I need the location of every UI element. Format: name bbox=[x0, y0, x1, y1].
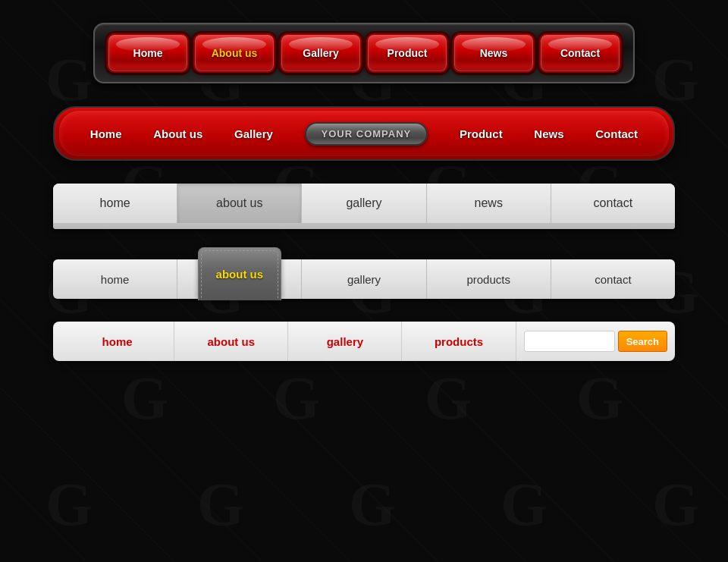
nav1-btn-news[interactable]: News bbox=[453, 33, 535, 73]
nav1-btn-product[interactable]: Product bbox=[366, 33, 448, 73]
nav2-item-gallery[interactable]: Gallery bbox=[234, 127, 273, 140]
nav5-item-home[interactable]: home bbox=[61, 322, 174, 361]
nav5-item-gallery[interactable]: gallery bbox=[288, 322, 402, 361]
nav4-item-products[interactable]: products bbox=[427, 259, 551, 299]
nav2-item-contact[interactable]: Contact bbox=[595, 127, 638, 140]
nav2-item-news[interactable]: News bbox=[534, 127, 563, 140]
nav4-item-about-us[interactable]: about us bbox=[177, 259, 302, 299]
navbar-3: homeabout usgallerynewscontact bbox=[53, 184, 675, 223]
nav4-item-gallery[interactable]: gallery bbox=[302, 259, 426, 299]
navbar-2: HomeAbout usGalleryYOUR COMPANYProductNe… bbox=[59, 111, 669, 156]
nav1-btn-contact[interactable]: Contact bbox=[539, 33, 621, 73]
navbar-2-wrapper: HomeAbout usGalleryYOUR COMPANYProductNe… bbox=[53, 106, 675, 161]
navbar-3-bottom bbox=[53, 223, 675, 229]
nav5-item-products[interactable]: products bbox=[402, 322, 516, 361]
nav3-item-news[interactable]: news bbox=[427, 184, 551, 223]
navbar-1: HomeAbout usGalleryProductNewsContact bbox=[93, 23, 635, 83]
nav2-item-about-us[interactable]: About us bbox=[153, 127, 202, 140]
nav4-item-contact[interactable]: contact bbox=[551, 259, 675, 299]
nav3-item-contact[interactable]: contact bbox=[551, 184, 675, 223]
navbar-4-wrapper: homeabout usgalleryproductscontact bbox=[53, 259, 675, 299]
nav5-search-area: Search bbox=[524, 331, 667, 352]
nav2-item-home[interactable]: Home bbox=[90, 127, 122, 140]
nav1-btn-about-us[interactable]: About us bbox=[193, 33, 275, 73]
nav3-item-gallery[interactable]: gallery bbox=[302, 184, 426, 223]
search-input[interactable] bbox=[524, 331, 615, 352]
nav2-logo: YOUR COMPANY bbox=[305, 122, 428, 146]
nav4-active-tab: about us bbox=[198, 247, 281, 300]
navbar-5: homeabout usgalleryproductsSearch bbox=[53, 322, 675, 361]
nav1-btn-gallery[interactable]: Gallery bbox=[280, 33, 362, 73]
nav1-btn-home[interactable]: Home bbox=[107, 33, 189, 73]
navbar-3-wrapper: homeabout usgallerynewscontact bbox=[53, 184, 675, 229]
search-button[interactable]: Search bbox=[618, 331, 667, 352]
nav2-item-product[interactable]: Product bbox=[460, 127, 503, 140]
navbar-5-wrapper: homeabout usgalleryproductsSearch bbox=[53, 322, 675, 361]
nav3-item-about-us[interactable]: about us bbox=[177, 184, 302, 223]
nav4-item-home[interactable]: home bbox=[53, 259, 177, 299]
navbar-4: homeabout usgalleryproductscontact bbox=[53, 259, 675, 299]
nav5-item-about-us[interactable]: about us bbox=[174, 322, 288, 361]
nav3-item-home[interactable]: home bbox=[53, 184, 177, 223]
